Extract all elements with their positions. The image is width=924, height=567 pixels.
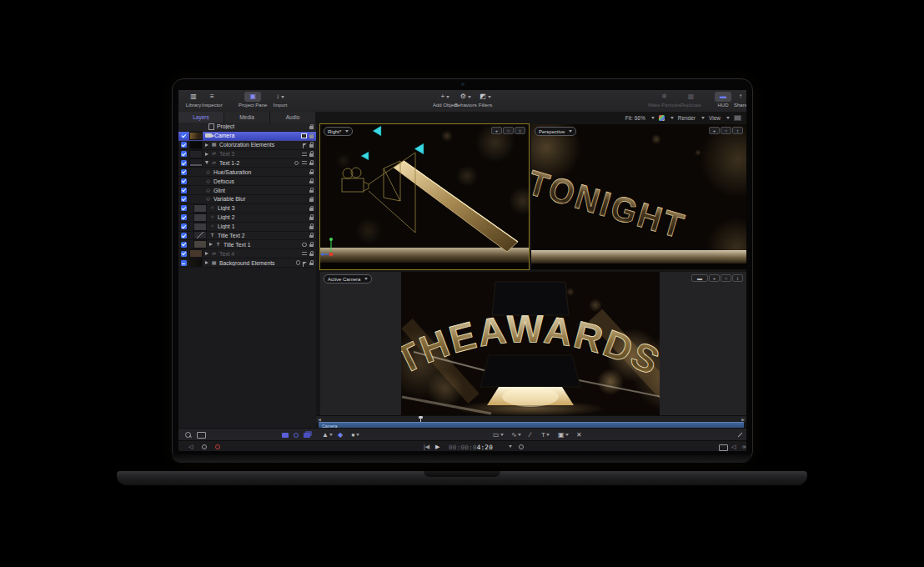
- layer-row-defocus[interactable]: ◇ Defocus: [178, 177, 316, 186]
- layer-row-hue-saturation[interactable]: ◇ Hue/Saturation: [178, 168, 316, 177]
- lock-icon[interactable]: [309, 172, 314, 175]
- timecode-menu-icon[interactable]: [509, 445, 512, 448]
- output-preview-icon[interactable]: [719, 444, 728, 451]
- filters-button[interactable]: ◩ Filters: [477, 92, 494, 108]
- show-behaviors-toggle-icon[interactable]: [294, 433, 299, 438]
- layer-row-variable-blur[interactable]: ◇ Variable Blur: [178, 195, 316, 204]
- render-menu[interactable]: Render: [678, 115, 696, 121]
- layer-row-title-text-2[interactable]: T Title Text 2: [178, 232, 316, 241]
- lock-icon[interactable]: [309, 181, 314, 184]
- view-menu[interactable]: View: [709, 115, 721, 121]
- tab-layers[interactable]: Layers: [178, 112, 224, 123]
- line-tool[interactable]: ∕: [530, 431, 530, 439]
- hud-button[interactable]: ▬ HUD: [715, 92, 731, 108]
- disclosure-icon[interactable]: [209, 243, 213, 246]
- disclosure-icon[interactable]: [205, 143, 208, 147]
- layer-row-text-3[interactable]: ▱ Text 3: [178, 150, 316, 159]
- lock-icon[interactable]: [309, 208, 314, 211]
- search-icon[interactable]: [185, 432, 191, 438]
- viewport-active-camera[interactable]: Active Camera ▬ + ○ ↕: [320, 272, 746, 415]
- disclosure-icon[interactable]: [205, 252, 208, 255]
- lock-icon[interactable]: [309, 198, 314, 202]
- image-mask-tool[interactable]: ▣: [558, 431, 569, 439]
- lock-icon[interactable]: [309, 153, 314, 157]
- layer-row-title-text-1[interactable]: T Title Text 1: [178, 240, 316, 249]
- orbit-tool-icon[interactable]: ○: [721, 274, 731, 282]
- project-pane-button[interactable]: ▣ Project Pane: [239, 92, 267, 108]
- lock-icon[interactable]: [309, 135, 314, 138]
- viewport-right-menu[interactable]: Right*: [324, 127, 353, 136]
- checkbox[interactable]: [181, 233, 187, 238]
- timecode-display[interactable]: 00:00:04:20: [449, 444, 493, 451]
- viewport-perspective-menu[interactable]: Perspective: [535, 127, 576, 136]
- library-button[interactable]: ▥ Library: [185, 92, 202, 108]
- dolly-tool-icon[interactable]: ↕: [515, 127, 525, 134]
- loop-icon[interactable]: ∞: [742, 443, 746, 450]
- layer-row-colorization-elements[interactable]: ▦ Colorization Elements: [178, 141, 316, 150]
- layer-row-text-4[interactable]: ▱ Text 4: [178, 249, 316, 258]
- checkbox[interactable]: [181, 205, 187, 211]
- checkbox[interactable]: [181, 160, 187, 166]
- lock-icon[interactable]: [309, 263, 314, 266]
- show-filters-toggle-icon[interactable]: [304, 433, 310, 438]
- fit-zoom-control[interactable]: Fit: 66%: [625, 115, 645, 121]
- lock-icon[interactable]: [309, 190, 314, 193]
- channels-icon[interactable]: [659, 115, 665, 121]
- pan-tool-icon[interactable]: +: [491, 127, 502, 134]
- timeline-start-marker[interactable]: ◀: [318, 418, 321, 422]
- checkbox[interactable]: [181, 223, 187, 229]
- checkbox-mixed[interactable]: [181, 260, 187, 266]
- lock-icon[interactable]: [309, 253, 314, 257]
- lock-icon[interactable]: [309, 226, 314, 229]
- audio-icon[interactable]: ◁: [731, 443, 736, 450]
- transform-3d-tool[interactable]: ◆: [338, 431, 343, 439]
- layer-row-project[interactable]: Project: [178, 123, 316, 132]
- tab-audio[interactable]: Audio: [270, 112, 316, 123]
- orbit-tool-icon[interactable]: ○: [503, 127, 514, 134]
- shear-tool[interactable]: ✕: [576, 431, 582, 439]
- camera-checkbox[interactable]: [181, 133, 187, 138]
- tab-media[interactable]: Media: [224, 112, 270, 123]
- view-pan-tool[interactable]: ●: [351, 431, 359, 439]
- checkbox[interactable]: [181, 188, 187, 193]
- dolly-tool-icon[interactable]: ↕: [732, 274, 743, 282]
- layer-row-text-1-2[interactable]: ▱ Text 1-2: [178, 159, 316, 168]
- duration-clock-icon[interactable]: [519, 444, 524, 449]
- layer-row-glint[interactable]: ◇ Glint: [178, 186, 316, 195]
- layout-grid-icon[interactable]: [734, 115, 741, 121]
- share-button[interactable]: ↑ Share: [732, 92, 746, 108]
- checkbox[interactable]: [181, 214, 187, 220]
- layer-row-light-2[interactable]: ○ Light 2: [178, 213, 316, 223]
- pan-tool-icon[interactable]: +: [709, 274, 720, 282]
- layer-row-camera[interactable]: Camera: [178, 132, 316, 141]
- record-icon[interactable]: [215, 444, 220, 449]
- checkbox[interactable]: [181, 242, 187, 248]
- pan-tool-icon[interactable]: +: [709, 127, 720, 134]
- select-tool[interactable]: ▲: [322, 431, 333, 439]
- lock-icon[interactable]: [309, 126, 314, 129]
- play-button[interactable]: ▶: [435, 443, 439, 450]
- checkbox[interactable]: [181, 196, 187, 202]
- checkbox[interactable]: [181, 142, 187, 148]
- layer-row-light-3[interactable]: ○ Light 3: [178, 204, 316, 213]
- orbit-tool-icon[interactable]: ○: [721, 127, 731, 134]
- lock-icon[interactable]: [309, 235, 314, 238]
- resize-handle-icon[interactable]: [736, 432, 743, 439]
- viewport-right[interactable]: Right* + ○ ↕: [320, 124, 529, 269]
- go-to-start-button[interactable]: |◀: [424, 443, 429, 450]
- behaviors-button[interactable]: ⚙ Behaviors: [454, 92, 477, 108]
- checkbox[interactable]: [181, 151, 187, 157]
- text-tool[interactable]: T: [541, 431, 550, 439]
- rectangle-tool[interactable]: ▭: [493, 431, 504, 439]
- disclosure-icon[interactable]: [205, 261, 208, 264]
- lock-icon[interactable]: [309, 244, 314, 248]
- inspector-button[interactable]: ≡ Inspector: [202, 92, 223, 108]
- audio-mute-icon[interactable]: ◁: [188, 443, 193, 450]
- layer-row-light-1[interactable]: ○ Light 1: [178, 223, 316, 232]
- dolly-tool-icon[interactable]: ↕: [732, 127, 743, 134]
- keyframe-crosshair-icon[interactable]: [202, 444, 207, 449]
- checkbox[interactable]: [181, 169, 187, 175]
- viewport-perspective[interactable]: Perspective + ○ ↕: [531, 124, 746, 269]
- disclosure-icon[interactable]: [205, 153, 208, 156]
- layer-row-background-elements[interactable]: ▦ Background Elements: [178, 258, 316, 268]
